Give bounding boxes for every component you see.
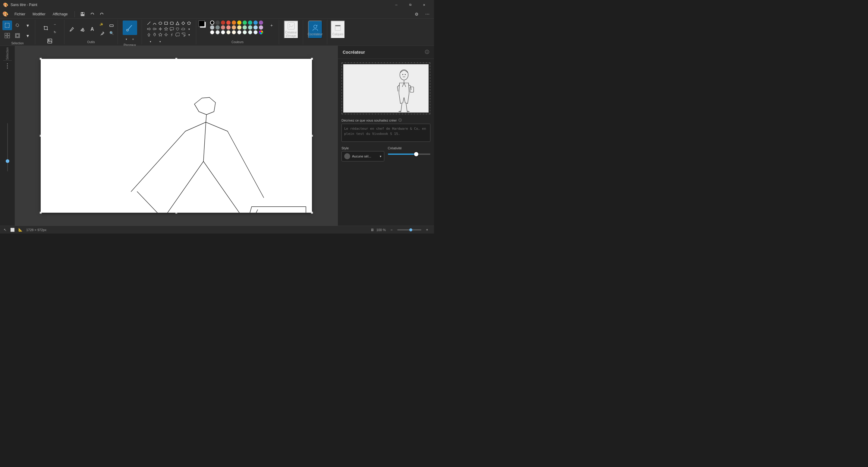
import-image-button[interactable] [45,36,55,46]
createur-image-button[interactable]: Créateur d'image [284,21,299,39]
restore-button[interactable]: ⧉ [403,0,417,10]
brush-size-dropdown[interactable]: ≡ [130,36,136,42]
shape-pentagon[interactable] [186,21,192,26]
color-lightyellow[interactable] [237,25,241,30]
select-dropdown2[interactable]: ▾ [23,31,33,40]
color-blue[interactable] [253,21,258,25]
color-gray[interactable] [216,25,220,30]
menu-fichier[interactable]: Fichier [11,11,28,18]
shape-arrow-right[interactable] [146,26,152,32]
select-dropdown[interactable]: ▾ [23,21,33,30]
color-nearwhite[interactable] [216,30,220,34]
creativite-slider[interactable] [388,151,431,157]
resize-button[interactable]: ↔ [51,21,59,28]
color-darkred[interactable] [221,21,225,25]
shape-sun[interactable] [163,32,169,37]
shape-bubble-left[interactable] [175,32,180,37]
fill-button[interactable] [77,24,87,34]
shape-rect[interactable] [163,21,169,26]
shape-heart[interactable] [175,26,180,32]
color-silver[interactable] [210,25,214,30]
shape-star4[interactable] [158,26,163,32]
desc-info-icon[interactable]: ⓘ [398,118,402,122]
color-aquawhite[interactable] [248,30,252,34]
style-dropdown[interactable]: Aucune sél... ▾ [341,151,384,162]
brush-active-button[interactable] [123,21,137,35]
zoom-out-button[interactable]: − [388,227,395,233]
menu-modifier[interactable]: Modifier [30,11,49,18]
color-darkgray[interactable] [216,21,220,25]
crop-button[interactable] [41,23,51,33]
titlebar-controls[interactable]: ─ ⧉ ✕ [390,0,431,10]
color-cream4[interactable] [237,30,241,34]
shape-down-arrow[interactable] [152,32,157,37]
panel-info-icon[interactable]: ⓘ [425,50,429,55]
drawing-canvas[interactable] [41,59,312,213]
shape-up-arrow[interactable] [146,32,152,37]
rotate-button[interactable]: ↻ [51,28,59,36]
brush-dropdown[interactable]: ▾ [124,36,130,42]
text-button[interactable]: A [87,24,97,34]
cocreateur-button[interactable]: Cocréateur [308,21,322,39]
eraser-button[interactable] [108,22,115,29]
minimize-button[interactable]: ─ [390,0,403,10]
color-red[interactable] [226,21,230,25]
magic-select-button[interactable]: ✨ [98,21,105,28]
zoom-slider-thumb[interactable] [6,159,9,163]
color-cream1[interactable] [221,30,225,34]
settings-button[interactable]: ⚙ [412,10,421,19]
select-all-button[interactable] [2,31,12,40]
color-lavender[interactable] [259,25,263,30]
shape-line[interactable] [146,21,152,26]
shape-dropdown2[interactable]: ▾ [186,32,192,37]
color-cream3[interactable] [232,30,236,34]
select-free-button[interactable] [13,21,22,30]
shape-bubble-right[interactable] [181,32,186,37]
pencil-button[interactable] [67,24,76,34]
zoom-slider-thumb-h[interactable] [409,228,412,231]
shape-star5[interactable] [163,26,169,32]
color-lightblue[interactable] [253,25,258,30]
save-button[interactable] [79,10,87,19]
select-rect-button[interactable] [2,21,12,30]
description-textarea[interactable] [341,124,430,142]
remplissage-dropdown[interactable]: ▾ [156,39,164,45]
shape-rect2[interactable] [169,21,175,26]
shape-diamond[interactable] [181,21,186,26]
color-purple[interactable] [259,21,263,25]
calques-button[interactable]: Calques [331,21,345,39]
close-button[interactable]: ✕ [417,0,431,10]
color-mint[interactable] [248,25,252,30]
color-green[interactable] [243,21,247,25]
zoom-slider-horizontal[interactable] [397,229,421,231]
shape-callout[interactable] [169,26,175,32]
shape-star6[interactable] [158,32,163,37]
shape-cloud[interactable] [181,26,186,32]
color-cream2[interactable] [226,30,230,34]
shape-arrow-left[interactable] [152,26,157,32]
shape-lightning[interactable] [169,32,175,37]
color-black[interactable] [210,21,214,25]
contour-dropdown[interactable]: ▾ [146,39,155,45]
color-salmon[interactable] [226,25,230,30]
edit-colors-button[interactable]: + [267,21,276,30]
color-mintwhite[interactable] [243,30,247,34]
color-lightred[interactable] [221,25,225,30]
shape-more[interactable]: ▾ [186,26,192,32]
color1-swatch[interactable] [198,21,205,27]
shape-curve[interactable] [152,21,157,26]
menu-affichage[interactable]: Affichage [50,11,71,18]
color-rainbow[interactable] [259,30,263,34]
color-orange[interactable] [232,21,236,25]
dropper-button[interactable] [98,28,107,38]
color-teal[interactable] [248,21,252,25]
invert-select-button[interactable] [13,31,22,40]
more-options-button[interactable]: ⋯ [423,10,432,19]
color-peach[interactable] [232,25,236,30]
canvas-container[interactable] [41,59,312,213]
creativite-thumb[interactable] [414,152,418,156]
shape-oval[interactable] [158,21,163,26]
color-yellow[interactable] [237,21,241,25]
zoom-in-button[interactable]: + [424,227,430,233]
color-white[interactable] [210,30,214,34]
